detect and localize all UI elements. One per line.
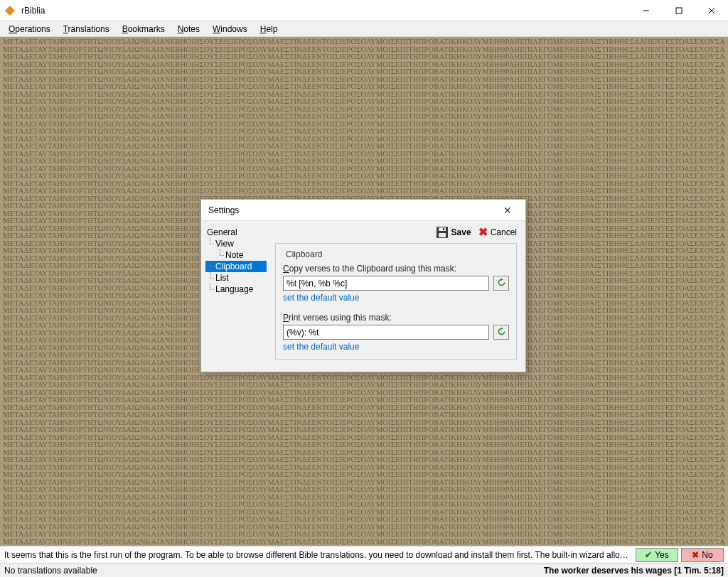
clipboard-fieldset: Clipboard Copy verses to the Clipboard u…	[275, 243, 517, 360]
minimize-button[interactable]	[630, 0, 663, 21]
first-run-prompt: It seems that this is the first run of t…	[0, 546, 728, 563]
status-left: No translations available	[4, 566, 544, 576]
copy-mask-input[interactable]	[283, 276, 489, 291]
cancel-button[interactable]: ✖ Cancel	[478, 225, 517, 239]
menu-operations[interactable]: Operations	[3, 23, 56, 36]
save-icon	[436, 226, 449, 239]
app-icon	[4, 5, 16, 16]
copy-set-default-link[interactable]: set the default value	[283, 293, 509, 303]
refresh-icon	[497, 327, 506, 338]
refresh-icon	[497, 278, 506, 289]
cross-icon: ✖	[692, 550, 699, 560]
prompt-text: It seems that this is the first run of t…	[4, 550, 633, 560]
menu-bookmarks[interactable]: Bookmarks	[117, 23, 171, 36]
copy-mask-reset-button[interactable]	[493, 276, 509, 291]
tree-view[interactable]: View	[205, 238, 267, 249]
maximize-button[interactable]	[663, 0, 695, 21]
save-button[interactable]: Save	[436, 226, 471, 239]
settings-tree: General View Note Clipboard List Languag…	[201, 221, 271, 372]
tree-clipboard[interactable]: Clipboard	[205, 261, 267, 272]
print-set-default-link[interactable]: set the default value	[283, 342, 509, 352]
status-right: The worker deserves his wages [1 Tim. 5:…	[544, 566, 724, 576]
print-mask-label: Print verses using this mask:	[283, 313, 509, 323]
status-bar: No translations available The worker des…	[0, 563, 728, 577]
tree-list[interactable]: List	[205, 272, 267, 284]
copy-mask-label: Copy verses to the Clipboard using this …	[283, 264, 509, 274]
menu-notes[interactable]: Notes	[172, 23, 205, 36]
fieldset-legend: Clipboard	[283, 249, 325, 259]
prompt-yes-button[interactable]: ✔ Yes	[636, 548, 678, 562]
cancel-label: Cancel	[491, 227, 517, 237]
dialog-titlebar: Settings ✕	[201, 200, 525, 221]
svg-rect-8	[443, 228, 444, 230]
close-button[interactable]	[695, 0, 728, 21]
svg-rect-2	[676, 8, 682, 14]
prompt-yes-label: Yes	[655, 550, 669, 560]
window-titlebar: rBiblia	[0, 0, 728, 21]
svg-rect-7	[439, 233, 446, 237]
cancel-icon: ✖	[478, 225, 488, 239]
check-icon: ✔	[645, 550, 652, 560]
svg-marker-9	[500, 278, 503, 280]
menu-help[interactable]: Help	[255, 23, 284, 36]
svg-marker-10	[500, 327, 503, 329]
menu-translations[interactable]: Translations	[58, 23, 115, 36]
dialog-close-button[interactable]: ✕	[497, 205, 518, 216]
tree-language[interactable]: Language	[205, 284, 267, 295]
tree-general[interactable]: General	[205, 227, 267, 238]
menu-windows[interactable]: Windows	[207, 23, 253, 36]
svg-rect-6	[439, 227, 446, 231]
print-mask-reset-button[interactable]	[493, 325, 509, 340]
save-label: Save	[451, 227, 471, 237]
prompt-no-label: No	[702, 550, 712, 560]
settings-dialog: Settings ✕ General View Note Clipboard L…	[200, 199, 526, 372]
window-title: rBiblia	[21, 6, 45, 16]
print-mask-input[interactable]	[283, 325, 489, 340]
workspace: ΜΕΤΑΔΕΤΑΥΤΑΗΝΕΟΡΤΗΤΩΝΙΟΥΔΑΙΩΝΚΑΙΑΝΕΒΗΟΙΗ…	[0, 37, 728, 547]
menu-bar: Operations Translations Bookmarks Notes …	[0, 21, 728, 37]
tree-note[interactable]: Note	[205, 249, 267, 261]
dialog-title: Settings	[208, 205, 497, 215]
prompt-no-button[interactable]: ✖ No	[681, 548, 724, 562]
svg-marker-0	[5, 6, 15, 16]
